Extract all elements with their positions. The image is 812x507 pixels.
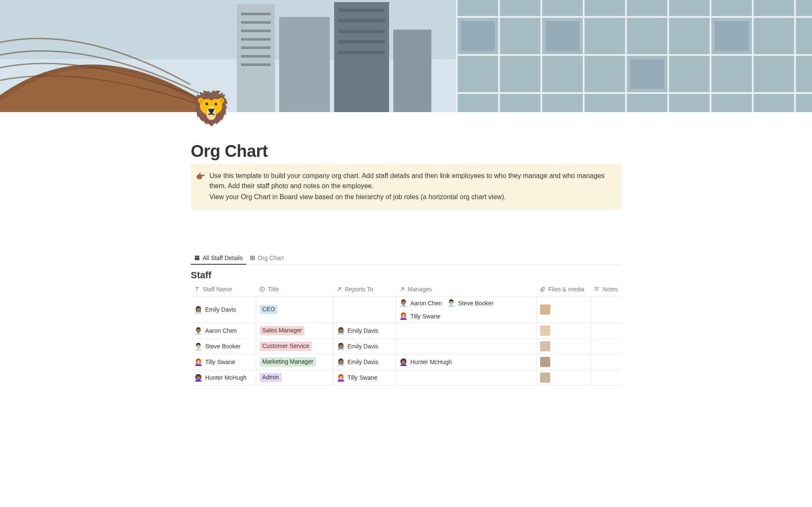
person-name: Emily Davis bbox=[205, 306, 236, 313]
manages-person[interactable]: 👨🏽‍💼Aaron Chen bbox=[399, 299, 442, 307]
staff-name-cell[interactable]: 👨🏻‍💼Steve Booker bbox=[194, 343, 241, 351]
manages-person[interactable]: 👨🏻‍💼Steve Booker bbox=[447, 299, 494, 307]
relation-icon bbox=[336, 286, 342, 292]
person-name: Steve Booker bbox=[205, 343, 241, 350]
person-name: Aaron Chen bbox=[410, 300, 442, 307]
column-header-notes[interactable]: Notes bbox=[590, 282, 621, 296]
person-emoji-icon: 👩🏻‍🦰 bbox=[399, 312, 408, 320]
staff-name-cell[interactable]: 👩🏻‍🦰Tilly Swane bbox=[194, 358, 235, 366]
page-emoji-icon[interactable]: 🦁 bbox=[191, 92, 232, 125]
person-name: Tilly Swane bbox=[205, 359, 235, 365]
column-header-files[interactable]: Files & media bbox=[536, 282, 590, 296]
manages-person[interactable]: 👩🏻‍🦰Tilly Swane bbox=[399, 312, 440, 320]
column-header-manages[interactable]: Manages bbox=[396, 282, 537, 296]
reports-to-cell[interactable]: 👩🏽‍💼Emily Davis bbox=[337, 343, 379, 351]
column-header-title[interactable]: Title bbox=[256, 282, 333, 296]
person-emoji-icon: 👩🏽‍🦱 bbox=[194, 374, 203, 382]
title-tag[interactable]: Sales Manager bbox=[260, 326, 304, 335]
svg-rect-14 bbox=[338, 19, 385, 22]
table-header-row: Staff Name Title Reports To Manages File… bbox=[191, 282, 621, 296]
callout-block[interactable]: 👉🏾 Use this template to build your compa… bbox=[191, 164, 621, 210]
notes-cell[interactable] bbox=[590, 339, 621, 354]
column-header-staff-name[interactable]: Staff Name bbox=[191, 282, 256, 296]
svg-rect-4 bbox=[334, 2, 389, 112]
table-row[interactable]: 👨🏽‍💼Aaron ChenSales Manager👩🏽‍💼Emily Dav… bbox=[191, 323, 621, 339]
column-header-reports-to[interactable]: Reports To bbox=[333, 282, 396, 296]
table-row[interactable]: 👨🏻‍💼Steve BookerCustomer Service👩🏽‍💼Emil… bbox=[191, 339, 621, 354]
notes-icon bbox=[594, 286, 600, 292]
staff-name-cell[interactable]: 👩🏽‍💼Emily Davis bbox=[194, 306, 236, 314]
svg-rect-2 bbox=[237, 4, 275, 112]
table-row[interactable]: 👩🏽‍🦱Hunter McHughAdmin👩🏻‍🦰Tilly Swane bbox=[191, 370, 621, 386]
svg-rect-11 bbox=[241, 55, 271, 58]
page-title[interactable]: Org Chart bbox=[191, 112, 621, 161]
svg-rect-7 bbox=[241, 21, 271, 24]
svg-rect-9 bbox=[241, 38, 271, 41]
table-row[interactable]: 👩🏻‍🦰Tilly SwaneMarketing Manager👩🏽‍💼Emil… bbox=[191, 354, 621, 370]
column-label: Staff Name bbox=[203, 286, 232, 293]
title-tag[interactable]: Admin bbox=[260, 373, 282, 382]
table-row[interactable]: 👩🏽‍💼Emily DavisCEO👨🏽‍💼Aaron Chen👨🏻‍💼Stev… bbox=[191, 296, 621, 323]
column-label: Title bbox=[268, 286, 279, 293]
svg-rect-5 bbox=[393, 30, 431, 112]
staff-photo-thumbnail[interactable] bbox=[540, 304, 550, 315]
person-emoji-icon: 👨🏻‍💼 bbox=[194, 343, 203, 351]
column-label: Reports To bbox=[345, 286, 373, 293]
svg-rect-3 bbox=[279, 17, 330, 112]
notes-cell[interactable] bbox=[590, 323, 621, 339]
notes-cell[interactable] bbox=[590, 296, 621, 323]
svg-rect-12 bbox=[241, 63, 271, 66]
person-emoji-icon: 👩🏽‍🦱 bbox=[399, 358, 408, 366]
person-name: Emily Davis bbox=[348, 327, 379, 334]
svg-rect-34 bbox=[715, 21, 749, 51]
title-tag[interactable]: CEO bbox=[260, 305, 277, 314]
person-name: Aaron Chen bbox=[205, 327, 237, 334]
staff-photo-thumbnail[interactable] bbox=[540, 357, 550, 367]
staff-photo-thumbnail[interactable] bbox=[540, 341, 550, 351]
person-emoji-icon: 👩🏽‍💼 bbox=[194, 306, 203, 314]
staff-photo-thumbnail[interactable] bbox=[540, 373, 550, 383]
title-tag[interactable]: Customer Service bbox=[260, 342, 312, 351]
paperclip-icon bbox=[540, 286, 546, 292]
person-name: Emily Davis bbox=[348, 359, 379, 365]
svg-rect-15 bbox=[338, 30, 385, 33]
manages-person[interactable]: 👩🏽‍🦱Hunter McHugh bbox=[399, 358, 452, 366]
title-tag[interactable]: Marketing Manager bbox=[260, 357, 316, 367]
staff-name-cell[interactable]: 👨🏽‍💼Aaron Chen bbox=[194, 327, 237, 335]
person-name: Hunter McHugh bbox=[410, 359, 452, 365]
cover-image bbox=[0, 0, 812, 112]
reports-to-cell[interactable]: 👩🏻‍🦰Tilly Swane bbox=[337, 374, 378, 382]
callout-text: Use this template to build your company … bbox=[209, 171, 614, 203]
reports-to-cell[interactable]: 👩🏽‍💼Emily Davis bbox=[337, 358, 379, 366]
staff-table: Staff Name Title Reports To Manages File… bbox=[191, 282, 621, 386]
svg-rect-33 bbox=[630, 59, 664, 89]
svg-rect-31 bbox=[461, 21, 495, 51]
svg-rect-6 bbox=[241, 13, 271, 15]
svg-rect-8 bbox=[241, 30, 271, 32]
select-icon bbox=[259, 286, 265, 292]
tab-org-chart[interactable]: Org Chart bbox=[246, 252, 287, 264]
tab-all-staff-details[interactable]: All Staff Details bbox=[191, 252, 246, 264]
reports-to-cell[interactable]: 👩🏽‍💼Emily Davis bbox=[337, 327, 379, 335]
person-emoji-icon: 👩🏻‍🦰 bbox=[194, 358, 203, 366]
callout-line-1: Use this template to build your company … bbox=[209, 171, 614, 191]
board-icon bbox=[250, 255, 255, 261]
table-icon bbox=[194, 255, 200, 261]
svg-rect-16 bbox=[338, 40, 385, 44]
svg-rect-10 bbox=[241, 47, 271, 49]
notes-cell[interactable] bbox=[590, 370, 621, 386]
person-name: Tilly Swane bbox=[348, 374, 378, 381]
tab-label: Org Chart bbox=[258, 255, 284, 261]
svg-rect-32 bbox=[546, 21, 579, 51]
column-label: Notes bbox=[602, 286, 618, 293]
column-label: Manages bbox=[408, 286, 432, 293]
staff-name-cell[interactable]: 👩🏽‍🦱Hunter McHugh bbox=[194, 374, 247, 382]
notes-cell[interactable] bbox=[590, 354, 621, 370]
column-label: Files & media bbox=[548, 286, 584, 293]
person-emoji-icon: 👨🏽‍💼 bbox=[194, 327, 203, 335]
person-name: Tilly Swane bbox=[410, 313, 440, 320]
person-emoji-icon: 👩🏽‍💼 bbox=[337, 358, 345, 366]
staff-photo-thumbnail[interactable] bbox=[540, 326, 550, 336]
database-title[interactable]: Staff bbox=[191, 270, 621, 281]
person-name: Emily Davis bbox=[348, 343, 379, 350]
